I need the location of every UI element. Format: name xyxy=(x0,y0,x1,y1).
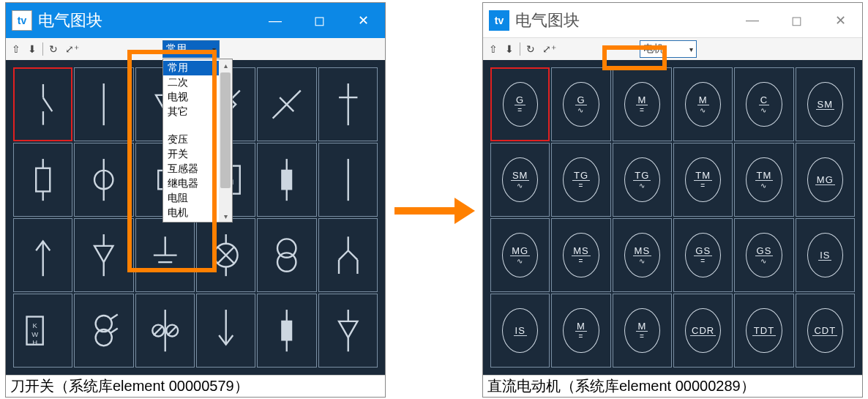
maximize-button[interactable]: ◻ xyxy=(774,3,818,38)
motor-cell[interactable]: TG∿ xyxy=(613,143,672,217)
dropdown-selected: 常用 xyxy=(166,42,187,56)
motor-cell[interactable]: G= xyxy=(490,67,550,141)
window-title: 电气图块 xyxy=(38,10,253,31)
svg-line-58 xyxy=(153,326,162,335)
category-dropdown[interactable]: 常用 ▾ 常用二次电视其它 变压开关互感器继电器电阻电机 ▴ ▾ xyxy=(162,40,220,58)
symbol-cell-arrow-down[interactable] xyxy=(196,294,255,368)
toolbar: ⇧ ⬇ ↻ ⤢⁺ 电机 ▾ xyxy=(483,38,862,60)
transition-arrow-icon xyxy=(394,198,475,224)
symbol-cell-fuse-vert[interactable] xyxy=(257,294,316,368)
svg-marker-29 xyxy=(94,246,113,262)
statusbar: 刀开关（系统库element 00000579） xyxy=(6,375,385,397)
refresh-icon[interactable]: ↻ xyxy=(48,43,59,55)
dropdown-list[interactable]: 常用二次电视其它 变压开关互感器继电器电阻电机 ▴ ▾ xyxy=(162,59,233,223)
symbol-cell-slash-lines[interactable] xyxy=(135,294,195,368)
svg-marker-65 xyxy=(339,321,357,338)
motor-cell[interactable]: SM∿ xyxy=(490,143,550,217)
separator xyxy=(520,42,520,56)
svg-rect-14 xyxy=(36,168,50,192)
motor-cell[interactable]: TM= xyxy=(673,143,733,217)
symbol-cell-two-circles-slash[interactable] xyxy=(74,294,133,368)
maximize-button[interactable]: ◻ xyxy=(297,3,341,38)
window-title: 电气图块 xyxy=(515,10,730,31)
symbol-cell-line[interactable] xyxy=(318,143,378,217)
titlebar[interactable]: tv 电气图块 — ◻ ✕ xyxy=(6,3,385,38)
separator xyxy=(42,42,43,56)
symbol-cell-kwh-meter[interactable]: KWH xyxy=(13,294,72,368)
symbol-cell-fuse-slash[interactable] xyxy=(257,67,316,141)
motor-cell[interactable]: MS= xyxy=(551,218,610,292)
motor-cell[interactable]: MG xyxy=(796,143,855,217)
svg-line-44 xyxy=(348,250,357,260)
scroll-up-icon[interactable]: ▴ xyxy=(224,59,228,71)
scroll-thumb[interactable] xyxy=(220,72,231,188)
scroll-down-icon[interactable]: ▾ xyxy=(224,210,228,222)
scrollbar[interactable]: ▴ ▾ xyxy=(219,59,232,222)
dropdown-option[interactable]: 其它 xyxy=(163,105,219,119)
motor-cell[interactable]: GS∿ xyxy=(734,218,793,292)
symbol-cell-fork[interactable] xyxy=(318,218,378,292)
motor-cell[interactable]: IS xyxy=(490,294,550,368)
dropdown-option[interactable]: 电阻 xyxy=(163,191,219,206)
zoom-icon[interactable]: ⤢⁺ xyxy=(541,43,558,55)
dropdown-option[interactable]: 变压 xyxy=(163,133,219,147)
symbol-cell-fuse-vert[interactable] xyxy=(257,143,316,217)
app-icon: tv xyxy=(489,10,509,31)
symbol-cell-ground[interactable] xyxy=(135,218,195,292)
motor-cell[interactable]: GS= xyxy=(673,218,733,292)
symbol-cell-two-circles[interactable] xyxy=(257,218,316,292)
symbol-cell-lamp-x[interactable] xyxy=(196,218,255,292)
motor-cell[interactable]: SM xyxy=(796,67,855,141)
status-text: 直流电动机（系统库element 00000289） xyxy=(487,376,755,396)
close-button[interactable]: ✕ xyxy=(341,3,385,38)
dropdown-option[interactable]: 继电器 xyxy=(163,176,219,191)
close-button[interactable]: ✕ xyxy=(818,3,862,38)
symbol-cell-triangle-down[interactable] xyxy=(318,294,378,368)
motor-cell[interactable]: IS xyxy=(796,218,855,292)
symbol-cell-line[interactable] xyxy=(74,67,133,141)
pin-icon[interactable]: ⇧ xyxy=(487,43,499,55)
zoom-icon[interactable]: ⤢⁺ xyxy=(64,43,81,55)
motor-cell[interactable]: M= xyxy=(551,294,610,368)
down-icon[interactable]: ⬇ xyxy=(26,43,38,55)
motor-cell[interactable]: CDT xyxy=(796,294,855,368)
refresh-icon[interactable]: ↻ xyxy=(525,43,536,55)
motor-cell[interactable]: MS∿ xyxy=(613,218,672,292)
svg-text:H: H xyxy=(32,338,37,346)
symbol-cell-diode[interactable] xyxy=(318,67,378,141)
category-dropdown[interactable]: 电机 ▾ xyxy=(640,40,697,58)
svg-point-41 xyxy=(277,253,296,271)
app-icon: tv xyxy=(12,10,32,31)
svg-rect-24 xyxy=(283,171,292,189)
motor-cell[interactable]: M= xyxy=(613,67,672,141)
motor-cell[interactable]: M∿ xyxy=(673,67,733,141)
motor-cell[interactable]: CDR xyxy=(673,294,733,368)
minimize-button[interactable]: — xyxy=(730,3,774,38)
symbol-cell-triangle-down[interactable] xyxy=(74,218,133,292)
symbol-grid: G=G∿M=M∿C∿SMSM∿TG=TG∿TM=TM∿MGMG∿MS=MS∿GS… xyxy=(483,60,862,375)
motor-cell[interactable]: TG= xyxy=(551,143,610,217)
symbol-cell-fuse-box[interactable] xyxy=(13,143,72,217)
symbol-cell-arrow-up[interactable] xyxy=(13,218,72,292)
window-left: tv 电气图块 — ◻ ✕ ⇧ ⬇ ↻ ⤢⁺ 常用 ▾ 常用二次电视其它 变压开… xyxy=(5,2,386,398)
dropdown-option[interactable]: 电机 xyxy=(163,206,219,220)
symbol-cell-circle-line[interactable] xyxy=(74,143,133,217)
pin-icon[interactable]: ⇧ xyxy=(10,43,22,55)
dropdown-option[interactable]: 常用 xyxy=(163,61,219,75)
symbol-cell-switch-open[interactable] xyxy=(13,67,72,141)
dropdown-option[interactable]: 电视 xyxy=(163,90,219,105)
down-icon[interactable]: ⬇ xyxy=(504,43,515,55)
motor-cell[interactable]: G∿ xyxy=(551,67,610,141)
motor-cell[interactable]: MG∿ xyxy=(490,218,550,292)
dropdown-option[interactable]: 开关 xyxy=(163,147,219,162)
motor-cell[interactable]: C∿ xyxy=(734,67,793,141)
dropdown-option[interactable] xyxy=(163,119,219,133)
motor-cell[interactable]: TM∿ xyxy=(734,143,793,217)
motor-cell[interactable]: M= xyxy=(613,294,672,368)
dropdown-option[interactable]: 互感器 xyxy=(163,162,219,176)
dropdown-option[interactable]: 二次 xyxy=(163,75,219,90)
svg-line-54 xyxy=(111,328,119,332)
minimize-button[interactable]: — xyxy=(253,3,297,38)
titlebar[interactable]: tv 电气图块 — ◻ ✕ xyxy=(483,3,862,38)
motor-cell[interactable]: TDT xyxy=(734,294,793,368)
